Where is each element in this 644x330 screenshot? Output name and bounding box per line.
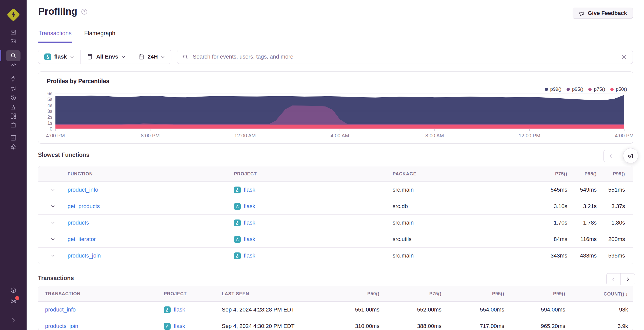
p75-cell: 388.00ms	[379, 323, 441, 329]
project-link[interactable]: flask	[244, 252, 255, 259]
explore-icon[interactable]	[10, 52, 17, 59]
chevron-down-icon	[70, 55, 74, 59]
clear-search-icon[interactable]	[620, 53, 628, 60]
legend-dot	[588, 88, 592, 91]
sidebar	[0, 0, 27, 330]
project-link[interactable]: flask	[244, 203, 255, 210]
percentiles-area-chart[interactable]: 4:00 PM8:00 PM12:00 AM4:00 AM8:00 AM12:0…	[38, 72, 633, 143]
tab-transactions[interactable]: Transactions	[38, 26, 72, 42]
megaphone-icon	[627, 152, 634, 159]
col-p50: P50()	[310, 291, 379, 297]
legend-item-p75[interactable]: p75()	[588, 86, 605, 92]
releases-icon[interactable]	[10, 122, 17, 128]
p95-cell: 1.78s	[567, 219, 597, 226]
function-link[interactable]: products_join	[68, 252, 101, 259]
p95-cell: 3.21s	[567, 203, 597, 210]
function-link[interactable]: get_products	[68, 203, 100, 209]
p75-cell: 343ms	[537, 252, 567, 259]
insights-icon[interactable]	[10, 75, 17, 82]
page-filter-group: flask All Envs 24H	[38, 50, 171, 64]
legend-item-p99[interactable]: p99()	[545, 86, 561, 92]
table-header-row: FUNCTION PROJECT PACKAGE P75() P95() P99…	[38, 166, 633, 182]
legend-dot	[610, 88, 614, 91]
expand-row-button[interactable]	[38, 220, 68, 226]
prev-page-button[interactable]	[607, 273, 620, 285]
active-nav-indicator	[0, 50, 1, 61]
col-p95: P95()	[567, 171, 597, 177]
alerts-icon[interactable]	[10, 104, 17, 111]
settings-icon[interactable]	[10, 143, 17, 150]
svg-text:8:00 PM: 8:00 PM	[141, 133, 159, 138]
transaction-link[interactable]: products_join	[45, 323, 78, 329]
last-seen-cell: Sep 4, 2024 4:28:28 PM EDT	[222, 306, 310, 313]
expand-row-button[interactable]	[38, 187, 68, 193]
package-cell: src.main	[393, 187, 537, 193]
p95-cell: 554.00ms	[441, 306, 504, 313]
dashboards-icon[interactable]	[10, 113, 17, 119]
sentry-logo[interactable]	[7, 8, 20, 22]
project-link[interactable]: flask	[174, 306, 185, 313]
p95-cell: 717.00ms	[441, 323, 504, 329]
project-filter-label: flask	[54, 53, 67, 60]
table-row: products_join flask src.main 343ms 483ms…	[38, 247, 633, 264]
count-cell: 3.9k	[565, 323, 633, 329]
transaction-link[interactable]: product_info	[45, 306, 76, 313]
profiling-page: Profiling Give Feedback Transactions Fla…	[0, 0, 644, 330]
function-link[interactable]: products	[68, 219, 89, 226]
traces-icon[interactable]	[10, 62, 17, 68]
time-range-filter[interactable]: 24H	[132, 50, 171, 64]
p75-cell: 1.70s	[537, 219, 567, 226]
p95-cell: 483ms	[567, 252, 597, 259]
chevron-down-icon	[121, 55, 126, 59]
next-page-button[interactable]	[620, 273, 635, 285]
feedback-icon[interactable]	[10, 85, 17, 91]
table-row: products flask src.main 1.70s 1.78s 1.80…	[38, 214, 633, 231]
notification-dot	[15, 296, 19, 300]
function-link[interactable]: product_info	[68, 187, 98, 193]
project-link[interactable]: flask	[244, 219, 255, 226]
chevron-left-icon	[608, 154, 613, 159]
table-row: products_join flask Sep 4, 2024 4:30:20 …	[38, 318, 633, 330]
project-link[interactable]: flask	[244, 187, 255, 193]
tab-bar: Transactions Flamegraph	[38, 26, 633, 42]
legend-label: p75()	[594, 86, 605, 92]
issues-icon[interactable]	[10, 29, 17, 35]
prev-page-button[interactable]	[604, 150, 618, 162]
help-icon[interactable]	[10, 287, 17, 294]
p99-cell: 595ms	[597, 252, 633, 259]
time-range-label: 24H	[148, 53, 158, 60]
p99-cell: 200ms	[597, 236, 633, 243]
flask-project-icon	[164, 306, 171, 313]
function-link[interactable]: get_iterator	[68, 236, 96, 242]
sort-desc-icon: ↓	[625, 291, 628, 297]
project-filter[interactable]: flask	[38, 50, 80, 64]
stats-icon[interactable]	[10, 135, 17, 141]
expand-row-button[interactable]	[38, 204, 68, 209]
col-count[interactable]: COUNT()↓	[565, 291, 633, 297]
replays-icon[interactable]	[10, 95, 17, 101]
legend-item-p95[interactable]: p95()	[567, 86, 583, 92]
give-feedback-button[interactable]: Give Feedback	[573, 8, 633, 19]
legend-dot	[567, 88, 570, 91]
search-input[interactable]	[192, 53, 617, 60]
tab-flamegraph[interactable]: Flamegraph	[84, 26, 116, 42]
chevron-down-icon	[50, 187, 56, 193]
col-transaction: TRANSACTION	[38, 291, 164, 297]
projects-icon[interactable]	[10, 38, 17, 44]
project-link[interactable]: flask	[174, 323, 185, 329]
expand-row-button[interactable]	[38, 253, 68, 259]
legend-item-p50[interactable]: p50()	[610, 86, 627, 92]
svg-text:3s: 3s	[47, 108, 52, 114]
svg-text:12:00 AM: 12:00 AM	[234, 133, 256, 138]
floating-feedback-button[interactable]	[623, 148, 638, 163]
collapse-icon[interactable]	[10, 317, 17, 323]
project-link[interactable]: flask	[244, 236, 255, 243]
help-tooltip-icon[interactable]	[81, 8, 88, 15]
col-function: FUNCTION	[68, 171, 234, 177]
p99-cell: 3.37s	[597, 203, 633, 210]
environment-filter[interactable]: All Envs	[80, 50, 132, 64]
flask-project-icon	[234, 203, 241, 210]
p99-cell: 594.00ms	[504, 306, 565, 313]
svg-text:12:00 PM: 12:00 PM	[519, 133, 540, 138]
expand-row-button[interactable]	[38, 236, 68, 242]
